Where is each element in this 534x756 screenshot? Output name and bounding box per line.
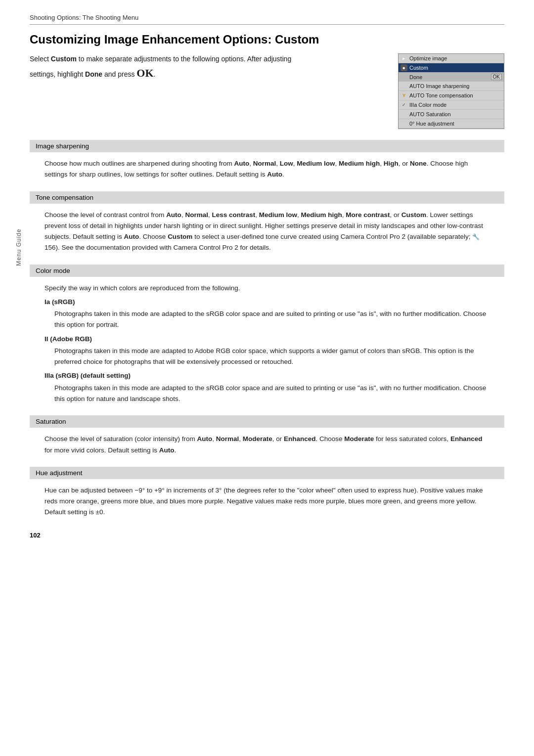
page-title: Customizing Image Enhancement Options: C… [30, 33, 504, 46]
camera-menu-label-tone: AUTO Tone compensation [409, 92, 473, 98]
camera-menu-row-saturation: AUTO Saturation [399, 110, 504, 119]
section-content-image-sharpening: Choose how much outlines are sharpened d… [30, 156, 504, 185]
intro-text: Select Custom to make separate adjustmen… [30, 53, 316, 82]
camera-menu-done-label: Done [400, 74, 422, 80]
ok-badge: OK [491, 74, 502, 80]
camera-menu-label: Optimize image [409, 55, 447, 61]
color-mode-ii-content: Photographs taken in this mode are adapt… [44, 346, 490, 368]
section-header-tone-compensation: Tone compensation [30, 191, 504, 204]
spacer-icon3 [400, 120, 407, 127]
color-mode-ia-content: Photographs taken in this mode are adapt… [44, 309, 490, 331]
page-number: 102 [30, 532, 41, 539]
check-icon: ✓ [400, 101, 407, 108]
camera-menu-label-saturation: AUTO Saturation [409, 111, 451, 117]
section-header-saturation: Saturation [30, 415, 504, 428]
color-mode-intro: Specify the way in which colors are repr… [44, 283, 490, 294]
section-header-hue-adjustment: Hue adjustment [30, 467, 504, 479]
camera-menu-row: ► Optimize image [399, 54, 504, 63]
breadcrumb: Shooting Options: The Shooting Menu [30, 14, 504, 25]
intro-bold-custom: Custom [51, 55, 77, 63]
camera-menu-row-sharpening: AUTO Image sharpening [399, 82, 504, 91]
camera-menu-label-custom: Custom [409, 65, 428, 71]
camera-menu-row-hue: 0° Hue adjustment [399, 119, 504, 129]
triangle-icon: ► [400, 55, 407, 62]
ok-symbol: OK [136, 67, 153, 79]
spacer-icon2 [400, 111, 407, 118]
camera-menu-row-tone: Y AUTO Tone compensation [399, 91, 504, 100]
color-mode-ii-title: II (Adobe RGB) [44, 334, 490, 345]
color-mode-iiia-title: IIIa (sRGB) (default setting) [44, 370, 490, 381]
camera-menu-row-custom: ■ Custom [399, 63, 504, 73]
camera-menu-label-sharpening: AUTO Image sharpening [409, 83, 469, 89]
section-content-saturation: Choose the level of saturation (color in… [30, 432, 504, 461]
section-content-tone-compensation: Choose the level of contrast control fro… [30, 208, 504, 259]
side-label: Menu Guide [15, 228, 22, 266]
color-mode-ia-title: Ia (sRGB) [44, 297, 490, 308]
section-content-color-mode: Specify the way in which colors are repr… [30, 281, 504, 410]
camera-menu-screenshot: ► Optimize image ■ Custom Done OK AUTO I… [398, 53, 504, 129]
camera-icon: ■ [400, 64, 407, 71]
camera-menu-label-hue: 0° Hue adjustment [409, 121, 454, 127]
intro-bold-done: Done [85, 70, 102, 78]
y-icon: Y [400, 92, 407, 99]
section-header-image-sharpening: Image sharpening [30, 140, 504, 152]
intro-section: Select Custom to make separate adjustmen… [30, 53, 504, 129]
spacer-icon [400, 83, 407, 89]
side-label-container: Menu Guide [0, 198, 20, 297]
section-content-hue-adjustment: Hue can be adjusted between −9° to +9° i… [30, 483, 504, 523]
color-mode-iiia-content: Photographs taken in this mode are adapt… [44, 383, 490, 405]
camera-menu-label-color: IIIa Color mode [409, 102, 446, 108]
camera-menu-row-done: Done OK [399, 73, 504, 82]
wrench-icon: 🔧 [472, 233, 480, 240]
section-header-color-mode: Color mode [30, 265, 504, 277]
camera-menu-row-color: ✓ IIIa Color mode [399, 100, 504, 110]
